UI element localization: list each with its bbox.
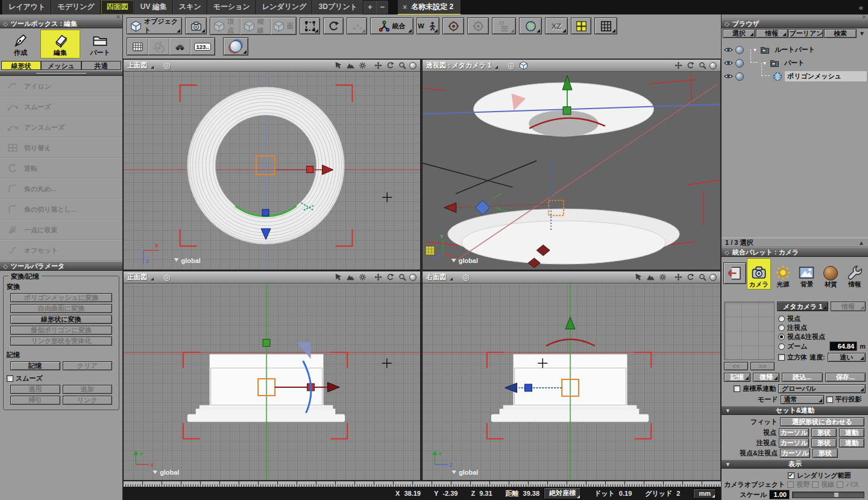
front-view-canvas[interactable]: Y X global <box>124 283 420 480</box>
tool-offset[interactable]: オフセット <box>0 240 122 261</box>
tree-row-part[interactable]: ▼ パート <box>722 57 868 69</box>
perspective-canvas[interactable]: Y global <box>423 72 720 270</box>
shading-sphere-icon[interactable] <box>409 274 417 281</box>
panel-collapse-icon[interactable]: ◇ <box>725 21 729 27</box>
eye-icon[interactable] <box>724 59 733 67</box>
section-collapse-icon[interactable]: ▼ <box>725 461 731 467</box>
collapse-up-icon[interactable]: ▲ <box>858 239 864 246</box>
sweep-button[interactable]: 掃引 <box>10 396 60 405</box>
grid-display-button[interactable] <box>127 38 148 55</box>
view-select-icon[interactable] <box>333 273 344 282</box>
tool-chamfer[interactable]: 角の切り落とし... <box>0 199 122 220</box>
speed-dropdown[interactable]: 速い <box>828 353 866 362</box>
tool-round-corner[interactable]: 角の丸め... <box>0 179 122 199</box>
camera-info-button[interactable]: 情報 <box>831 302 866 311</box>
tab-line-shape[interactable]: 線形状 <box>1 61 41 70</box>
select-menu-button[interactable]: 選択 <box>723 29 755 38</box>
display-section-bar[interactable]: ▼ 表示 <box>722 460 868 469</box>
viewpoint-cursor-button[interactable]: カーソル <box>779 428 809 437</box>
fov-checkbox[interactable] <box>787 481 794 488</box>
boolean-button[interactable]: ブーリアン <box>788 29 823 38</box>
xz-plane-button[interactable]: XZ <box>545 17 568 34</box>
view-settings-icon[interactable] <box>658 273 668 282</box>
lookat-shape-button[interactable]: 形状 <box>811 438 837 448</box>
material-ball-icon[interactable] <box>735 59 744 68</box>
weight-bone-button[interactable]: W <box>417 17 439 34</box>
expander-icon[interactable]: ▼ <box>762 60 767 66</box>
parallel-projection-checkbox[interactable] <box>826 396 833 403</box>
viewport-perspective-titlebar[interactable]: 透視図 : メタカメラ 1 ◎ <box>423 60 720 72</box>
top-view-canvas[interactable]: X Z global <box>124 72 420 270</box>
link-button[interactable]: リンク <box>63 396 113 405</box>
browser-header[interactable]: ◇ ブラウザ <box>722 19 868 28</box>
target-center-button[interactable] <box>442 17 464 34</box>
wire-head-button[interactable] <box>148 38 169 55</box>
mode-edit-button[interactable]: 編集 <box>41 30 80 58</box>
menu-item-modeling[interactable]: モデリング <box>51 0 100 14</box>
zoom-icon[interactable] <box>397 61 407 70</box>
tab-common[interactable]: 共通 <box>81 61 121 70</box>
display-mode-icon[interactable] <box>646 273 656 282</box>
tool-reverse[interactable]: 逆転 <box>0 158 122 179</box>
rotation-center-icon[interactable]: ◎ <box>462 273 469 282</box>
load-button[interactable]: 読込... <box>782 373 823 382</box>
scale-value-field[interactable]: 1.00 <box>769 490 790 499</box>
global-coordinate-label[interactable]: global <box>153 469 179 476</box>
grid-settings-button[interactable] <box>594 17 617 34</box>
panel-collapse-icon[interactable]: ◇ <box>725 249 729 256</box>
next-button[interactable]: >> <box>750 362 775 370</box>
horizontal-ruler[interactable] <box>123 481 721 487</box>
palette-tab-camera[interactable]: カメラ <box>747 259 770 289</box>
expander-icon[interactable]: ▼ <box>752 47 758 53</box>
rect-select-button[interactable] <box>300 17 320 34</box>
set-link-section-bar[interactable]: ▼ セット&連動 <box>722 406 868 415</box>
zoom-icon[interactable] <box>697 61 708 70</box>
viewpoint-link-button[interactable]: 連動 <box>839 428 864 437</box>
palette-exit-button[interactable] <box>723 262 746 284</box>
add-workspace-button[interactable]: + <box>363 1 376 14</box>
tool-params-header[interactable]: ◇ ツールパラメータ <box>0 261 122 271</box>
toolbox-header[interactable]: ◇ ツールボックス : 編集 <box>0 19 122 28</box>
four-pane-layout-button[interactable] <box>571 17 591 34</box>
tool-converge[interactable]: 一点に収束 <box>0 220 122 240</box>
viewport-front-body[interactable]: Y X global <box>124 283 420 480</box>
tree-label-polygon-mesh[interactable]: ポリゴンメッシュ <box>785 71 867 81</box>
vertex-select-button[interactable]: 頂点 <box>210 17 241 34</box>
document-tab[interactable]: × 名称未設定 2 <box>398 0 461 14</box>
pan-icon[interactable] <box>673 273 684 282</box>
view-settings-icon[interactable] <box>357 61 368 70</box>
viewport-right-body[interactable]: Y Z global <box>423 283 720 480</box>
world-axis-button[interactable] <box>519 17 542 34</box>
global-coordinate-label[interactable]: global <box>174 257 201 264</box>
remove-workspace-button[interactable]: − <box>376 1 389 14</box>
save-button[interactable]: 保存... <box>825 373 866 382</box>
eye-icon[interactable] <box>724 72 733 80</box>
viewpoint-radio[interactable] <box>778 315 785 322</box>
palette-tab-material[interactable]: 材質 <box>819 259 842 289</box>
coord-link-checkbox[interactable] <box>734 385 740 392</box>
list-panel-button[interactable] <box>492 17 516 34</box>
coord-link-dropdown[interactable]: グローバル <box>778 384 866 393</box>
cube-checkbox[interactable] <box>778 354 785 361</box>
zoom-icon[interactable] <box>397 273 407 282</box>
material-ball-icon[interactable] <box>735 72 744 81</box>
viewport-perspective-body[interactable]: Y global <box>423 72 720 270</box>
menu-item-skin[interactable]: スキン <box>173 0 207 14</box>
close-icon[interactable]: × <box>403 3 407 11</box>
tree-row-root-part[interactable]: ▼ ルートパート <box>722 43 868 56</box>
fit-to-selection-button[interactable]: 選択形状に合わせる <box>780 417 864 426</box>
viewport-top-titlebar[interactable]: 上面図 ◎ <box>124 60 420 72</box>
palette-tab-info[interactable]: 情報 <box>843 259 866 289</box>
scale-slider-thumb[interactable] <box>834 492 839 498</box>
tab-mesh[interactable]: メッシュ <box>41 61 81 70</box>
viewport-menu-icon[interactable] <box>450 277 453 280</box>
orbit-icon[interactable] <box>685 61 696 70</box>
material-ball-icon[interactable] <box>735 46 744 54</box>
palette-tab-light[interactable]: 光源 <box>772 259 794 289</box>
collapse-chevron-icon[interactable]: » <box>862 13 866 20</box>
tree-row-polygon-mesh[interactable]: ポリゴンメッシュ <box>722 70 868 83</box>
edge-select-button[interactable]: 稜線 <box>241 17 271 34</box>
convert-to-polymesh-button[interactable]: ポリゴンメッシュに変換 <box>10 293 112 302</box>
global-coordinate-label[interactable]: global <box>451 257 478 264</box>
object-preview-button[interactable] <box>169 38 190 55</box>
